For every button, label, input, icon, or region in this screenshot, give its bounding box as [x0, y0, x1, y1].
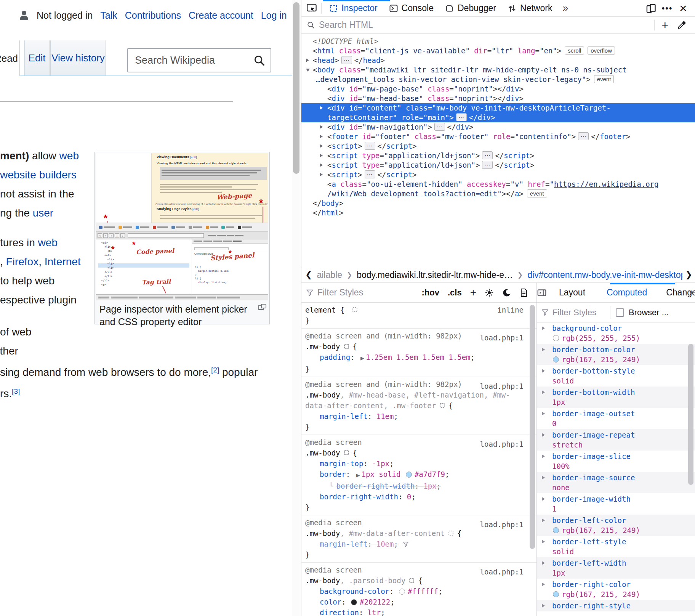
expand-arrow-icon[interactable] — [542, 582, 545, 586]
css-declaration[interactable]: background-color: #ffffff; — [301, 586, 536, 597]
computed-property-row[interactable]: border-bottom-stylesolid — [537, 365, 695, 387]
markup-node-line[interactable]: <footer id="footer" class="mw-footer" ro… — [301, 132, 695, 141]
print-simulation-icon[interactable] — [520, 288, 528, 297]
expand-arrow-icon[interactable] — [320, 125, 323, 129]
markup-node-line[interactable]: </html> — [301, 208, 695, 218]
thumbnail-image[interactable]: * Viewing Documents [edit] Viewing the H… — [96, 153, 268, 300]
expand-arrow-icon[interactable] — [306, 58, 309, 62]
markup-node-line[interactable]: <!DOCTYPE html> — [301, 37, 695, 46]
expand-arrow-icon[interactable] — [320, 173, 323, 176]
browser-styles-checkbox[interactable] — [616, 308, 624, 317]
page-scrollbar-thumb[interactable] — [293, 2, 299, 174]
scroll-badge[interactable]: scroll — [565, 47, 584, 55]
collapsed-children-badge[interactable]: ⋯ — [482, 151, 493, 159]
tab-computed[interactable]: Computed — [601, 287, 652, 298]
markup-node-line[interactable]: /wiki/Web_development_tools?action=edit"… — [301, 189, 695, 199]
overflow-badge[interactable]: overflow — [588, 47, 615, 55]
rule-source-link[interactable]: load.php:1 — [480, 381, 524, 391]
color-swatch[interactable] — [406, 472, 412, 478]
personal-link[interactable]: Log in — [261, 10, 287, 21]
expand-arrow-icon[interactable] — [542, 326, 545, 330]
css-declaration[interactable]: margin-left: 10em; — [301, 539, 536, 549]
eyedropper-icon[interactable] — [674, 17, 690, 33]
css-rule[interactable]: @media screenload.php:1.mw-body{margin-t… — [301, 435, 536, 515]
markup-node-line[interactable]: <div id="mw-navigation">⋯</div> — [301, 122, 695, 132]
css-declaration[interactable]: margin-left: 11em; — [301, 411, 536, 422]
css-rule[interactable]: @media screen and (min-width: 982px)load… — [301, 328, 536, 377]
sidebar-tabs-dropdown-icon[interactable]: ▼ — [688, 289, 694, 296]
highlight-target-icon[interactable] — [343, 343, 350, 350]
expand-arrow-icon[interactable] — [542, 476, 545, 480]
markup-node-line[interactable]: <div id="mw-head-base" class="noprint"><… — [301, 94, 695, 103]
overridden-filter-icon[interactable] — [403, 541, 409, 547]
search-html-bar[interactable]: Search HTML + — [301, 17, 695, 34]
expand-arrow-icon[interactable] — [542, 540, 545, 544]
markup-node-line[interactable]: <script type="application/ld+json">⋯</sc… — [301, 160, 695, 170]
computed-property-row[interactable]: border-image-repeatstretch — [537, 429, 695, 451]
article-link[interactable]: user — [33, 207, 53, 219]
css-declaration[interactable]: direction: ltr; — [301, 607, 536, 616]
css-declaration[interactable]: border-right-width: 0; — [301, 491, 536, 502]
expand-arrow-icon[interactable] — [320, 135, 323, 138]
tab-debugger[interactable]: Debugger — [439, 0, 502, 16]
tab-network[interactable]: Network — [502, 0, 558, 16]
breadcrumb-forward-icon[interactable]: ❯ — [685, 270, 692, 280]
breadcrumb-back-icon[interactable]: ❮ — [305, 270, 312, 280]
add-rule-button[interactable]: + — [470, 287, 476, 299]
computed-property-row[interactable]: border-image-outset0 — [537, 408, 695, 429]
collapsed-children-badge[interactable]: ⋯ — [456, 113, 467, 121]
create-node-button[interactable]: + — [656, 19, 674, 32]
expand-arrow-icon[interactable] — [320, 163, 323, 167]
color-swatch[interactable] — [399, 589, 405, 595]
computed-property-row[interactable]: border-right-style — [537, 600, 695, 611]
computed-filter-placeholder[interactable]: Filter Styles — [552, 308, 596, 318]
enlarge-icon[interactable] — [258, 304, 267, 311]
css-rule[interactable]: @media screenload.php:1.mw-body, .parsoi… — [301, 562, 536, 616]
tab-edit[interactable]: Edit — [24, 40, 50, 75]
css-declaration[interactable]: color: #202122; — [301, 597, 536, 607]
personal-link[interactable]: Contributions — [125, 10, 181, 21]
expand-arrow-icon[interactable] — [320, 106, 323, 110]
computed-property-row[interactable]: border-image-sourcenone — [537, 472, 695, 493]
expand-arrow-icon[interactable] — [306, 69, 310, 72]
computed-property-row[interactable]: border-left-colorrgb(167, 215, 249) — [537, 515, 695, 536]
article-link[interactable]: website builders — [0, 169, 77, 181]
expand-arrow-icon[interactable] — [542, 561, 545, 565]
highlight-target-icon[interactable] — [352, 306, 358, 313]
expand-arrow-icon[interactable] — [542, 518, 545, 522]
expand-arrow-icon[interactable] — [542, 454, 545, 458]
css-rule[interactable]: @media screenload.php:1.mw-body, #mw-dat… — [301, 515, 536, 562]
highlight-target-icon[interactable] — [439, 402, 445, 409]
collapsed-children-badge[interactable]: ⋯ — [434, 123, 445, 131]
rule-source-link[interactable]: load.php:1 — [480, 566, 524, 577]
responsive-design-mode-button[interactable] — [643, 0, 659, 16]
breadcrumb-item[interactable]: div#content.mw-body.ve-init-mw-desktopAr… — [527, 270, 682, 280]
sidebar-toggle-icon[interactable] — [537, 283, 547, 302]
tab-console[interactable]: Console — [383, 0, 439, 16]
devtools-menu-button[interactable]: ••• — [659, 0, 675, 16]
pseudo-class-toggle[interactable]: :hov — [421, 288, 439, 298]
expand-arrow-icon[interactable] — [320, 154, 323, 157]
reference-link[interactable]: [3] — [12, 387, 20, 395]
article-link[interactable]: Firefox — [6, 256, 39, 268]
computed-property-row[interactable]: border-image-slice100% — [537, 451, 695, 472]
class-toggle[interactable]: .cls — [448, 288, 462, 298]
light-theme-icon[interactable] — [485, 288, 494, 297]
computed-property-row[interactable]: border-right-colorrgb(167, 215, 249) — [537, 579, 695, 600]
css-rule[interactable]: @media screen and (min-width: 982px)load… — [301, 377, 536, 435]
computed-property-row[interactable]: border-left-width1px — [537, 557, 695, 579]
element-picker-button[interactable] — [304, 0, 320, 16]
expand-arrow-icon[interactable] — [542, 497, 545, 501]
markup-node-line[interactable]: <script type="application/ld+json">⋯</sc… — [301, 151, 695, 160]
event-badge[interactable]: event — [594, 75, 614, 83]
markup-node-line[interactable]: <head>⋯</head> — [301, 56, 695, 65]
markup-node-line[interactable]: <script>⋯</script> — [301, 141, 695, 151]
highlight-target-icon[interactable] — [408, 577, 415, 584]
css-declaration[interactable]: padding: ▶1.25em 1.5em 1.5em 1.5em; — [301, 352, 536, 364]
expand-arrow-icon[interactable] — [542, 412, 545, 415]
tab-layout[interactable]: Layout — [554, 287, 591, 298]
computed-property-row[interactable]: border-bottom-width1px — [537, 387, 695, 408]
search-box[interactable]: Search Wikipedia — [127, 48, 271, 72]
collapsed-children-badge[interactable]: ⋯ — [365, 170, 375, 178]
collapsed-children-badge[interactable]: ⋯ — [341, 56, 352, 64]
